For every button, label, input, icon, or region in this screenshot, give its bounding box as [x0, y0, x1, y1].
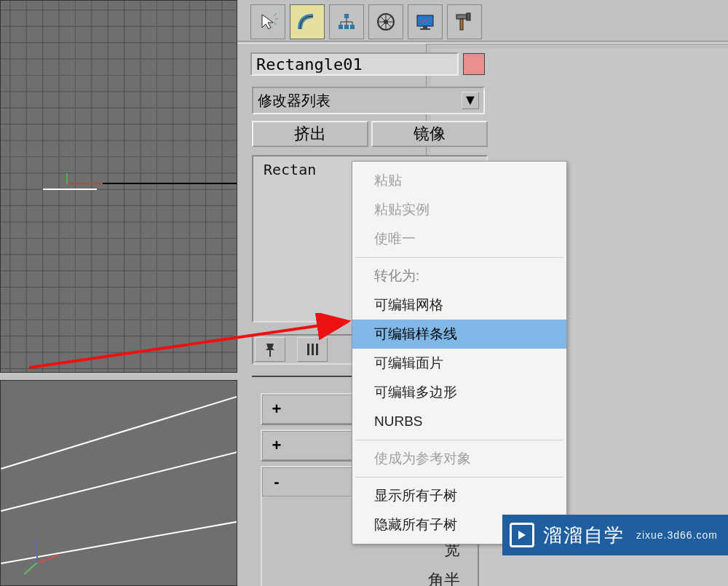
context-menu: 粘贴 粘贴实例 使唯一 转化为: 可编辑网格 可编辑样条线 可编辑面片 可编辑多… — [352, 161, 567, 545]
menu-make-reference[interactable]: 使成为参考对象 — [352, 444, 566, 473]
tab-create[interactable] — [250, 4, 285, 39]
menu-convert-to-header: 转化为: — [352, 261, 566, 290]
axis-gizmo — [24, 534, 68, 577]
toolbar-divider — [237, 41, 728, 44]
svg-rect-6 — [344, 14, 349, 18]
bend-icon — [297, 12, 317, 32]
menu-make-unique[interactable]: 使唯一 — [352, 224, 566, 253]
menu-show-subtree[interactable]: 显示所有子树 — [352, 481, 566, 510]
axis-y — [66, 173, 68, 184]
play-icon — [510, 523, 534, 547]
watermark-url: zixue.3d66.com — [636, 529, 718, 541]
tab-utilities[interactable] — [447, 4, 482, 39]
annotation-arrow — [29, 313, 357, 379]
modifier-list-dropdown[interactable]: 修改器列表 ▼ — [252, 87, 485, 114]
param-corner-radius-label: 角半 — [280, 565, 460, 586]
svg-line-1 — [24, 563, 37, 574]
perspective-line — [1, 440, 237, 512]
svg-line-0 — [37, 555, 59, 563]
svg-rect-25 — [467, 13, 470, 20]
menu-separator — [355, 477, 563, 478]
tab-hierarchy[interactable] — [329, 4, 364, 39]
object-color-swatch[interactable] — [463, 53, 485, 75]
svg-rect-22 — [423, 26, 427, 28]
dropdown-arrow-icon[interactable]: ▼ — [462, 92, 479, 109]
axis-x — [66, 183, 106, 184]
mirror-button[interactable]: 镜像 — [371, 121, 488, 147]
tab-display[interactable] — [408, 4, 443, 39]
svg-rect-7 — [339, 25, 343, 29]
watermark-title: 溜溜自学 — [543, 523, 625, 548]
watermark: 溜溜自学 zixue.3d66.com — [502, 515, 728, 555]
menu-editable-mesh[interactable]: 可编辑网格 — [352, 290, 566, 320]
modifier-buttons-row: 挤出 镜像 — [252, 121, 488, 147]
extrude-button[interactable]: 挤出 — [252, 121, 368, 147]
command-panel-tabs — [250, 4, 482, 39]
rollout-expand-icon[interactable]: + — [270, 436, 283, 455]
perspective-line — [1, 383, 237, 470]
viewport-bottom-perspective[interactable] — [0, 380, 237, 586]
hierarchy-icon — [336, 12, 357, 32]
svg-rect-26 — [460, 19, 463, 30]
wheel-icon — [376, 12, 396, 32]
svg-line-5 — [274, 22, 277, 25]
tab-modify[interactable] — [290, 4, 325, 39]
monitor-icon — [415, 12, 435, 32]
object-name-input[interactable] — [250, 52, 459, 76]
menu-editable-spline[interactable]: 可编辑样条线 — [352, 320, 566, 349]
menu-editable-patch[interactable]: 可编辑面片 — [352, 349, 566, 378]
menu-separator — [355, 440, 563, 440]
object-name-row — [250, 52, 485, 76]
svg-rect-24 — [456, 15, 467, 19]
menu-separator — [355, 257, 563, 258]
cursor-icon — [258, 12, 278, 32]
svg-rect-23 — [420, 28, 430, 30]
menu-paste-instance[interactable]: 粘贴实例 — [352, 195, 566, 224]
svg-rect-8 — [344, 25, 349, 29]
object-edge-black — [103, 183, 237, 184]
menu-nurbs[interactable]: NURBS — [352, 407, 566, 436]
hammer-icon — [454, 12, 475, 32]
tab-motion[interactable] — [368, 4, 403, 39]
svg-rect-9 — [350, 25, 355, 29]
rollout-expand-icon[interactable]: + — [270, 400, 283, 419]
rollout-collapse-icon[interactable]: - — [270, 472, 283, 491]
menu-editable-poly[interactable]: 可编辑多边形 — [352, 378, 566, 407]
modifier-list-label: 修改器列表 — [258, 91, 331, 111]
menu-paste[interactable]: 粘贴 — [352, 166, 566, 195]
object-edge-white — [43, 189, 97, 190]
svg-line-31 — [29, 322, 346, 368]
svg-line-3 — [274, 13, 277, 16]
